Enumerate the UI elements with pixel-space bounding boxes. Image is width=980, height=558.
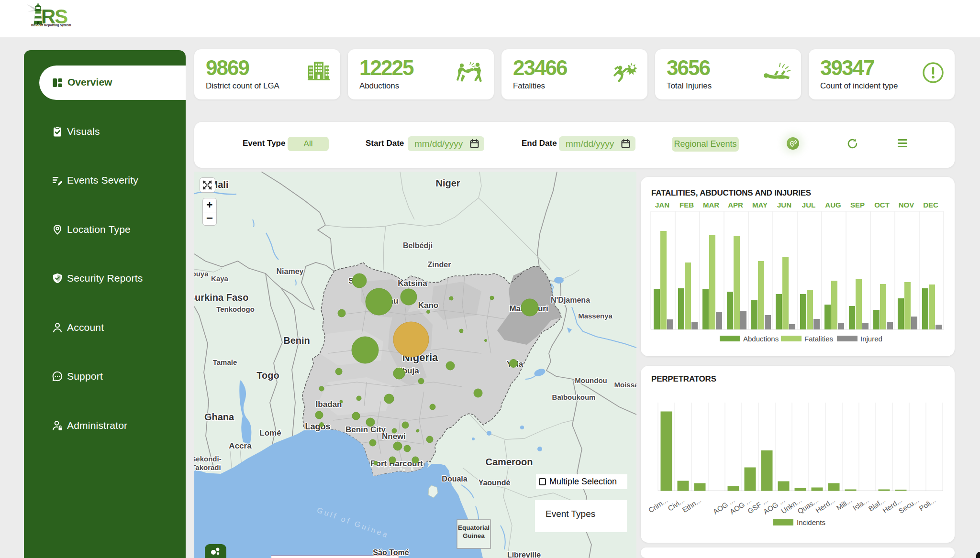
svg-text:Cameroon: Cameroon — [486, 457, 533, 467]
svg-text:Injured: Injured — [860, 335, 882, 343]
svg-text:Niger: Niger — [435, 178, 460, 188]
svg-text:SEP: SEP — [850, 201, 865, 209]
svg-text:Belbédji: Belbédji — [403, 241, 433, 250]
svg-text:Niamey: Niamey — [277, 267, 304, 275]
svg-text:Benin: Benin — [283, 335, 310, 346]
svg-text:MAY: MAY — [752, 201, 768, 209]
svg-text:Crim...: Crim... — [647, 496, 669, 514]
svg-text:MAR: MAR — [703, 201, 719, 209]
svg-text:Zinder: Zinder — [428, 261, 451, 269]
svg-text:JUN: JUN — [777, 201, 791, 209]
svg-text:Togo: Togo — [256, 370, 279, 381]
svg-text:Herd...: Herd... — [814, 496, 836, 514]
svg-text:Equatorial: Equatorial — [458, 524, 490, 531]
svg-text:Massenya: Massenya — [578, 312, 612, 320]
svg-text:Isla...: Isla... — [851, 496, 870, 512]
svg-text:Libreville: Libreville — [507, 551, 541, 558]
svg-text:JUL: JUL — [802, 201, 815, 209]
svg-text:Yaoundé: Yaoundé — [479, 479, 511, 487]
svg-text:Kano: Kano — [418, 301, 439, 310]
svg-text:Sekondi-: Sekondi- — [194, 455, 222, 463]
svg-text:Kaya: Kaya — [211, 274, 229, 283]
svg-text:Fatalities: Fatalities — [804, 335, 833, 343]
svg-text:Moissal: Moissal — [614, 381, 636, 389]
svg-text:Guinea: Guinea — [463, 532, 485, 539]
svg-text:Accra: Accra — [229, 441, 252, 450]
svg-text:N'Djamena: N'Djamena — [551, 296, 590, 304]
svg-text:JAN: JAN — [655, 201, 669, 209]
svg-text:Ethn...: Ethn... — [681, 496, 703, 514]
svg-text:Ibadan: Ibadan — [316, 400, 342, 409]
svg-text:Benin City: Benin City — [345, 425, 386, 434]
svg-text:Burkina Faso: Burkina Faso — [194, 292, 248, 303]
svg-text:Takoradi: Takoradi — [194, 463, 221, 471]
svg-text:OCT: OCT — [874, 201, 890, 209]
svg-text:ouya: ouya — [194, 270, 209, 278]
svg-text:Tamale: Tamale — [213, 358, 237, 366]
svg-text:Tenkodogo: Tenkodogo — [216, 305, 255, 313]
svg-text:Incidents: Incidents — [797, 518, 825, 526]
svg-text:Baïboukoum: Baïboukoum — [552, 393, 596, 401]
svg-text:APR: APR — [728, 201, 743, 209]
svg-text:AUG: AUG — [825, 201, 841, 209]
svg-text:NOV: NOV — [899, 201, 914, 209]
svg-text:Mili...: Mili... — [835, 496, 854, 512]
svg-text:Moundou: Moundou — [575, 376, 607, 384]
svg-text:Douala: Douala — [442, 475, 467, 483]
svg-text:Lomé: Lomé — [259, 428, 281, 438]
svg-text:Abductions: Abductions — [743, 335, 779, 343]
svg-text:FEB: FEB — [679, 201, 694, 209]
svg-text:Incident Reporting System: Incident Reporting System — [31, 23, 71, 27]
svg-text:Ghana: Ghana — [204, 412, 234, 422]
svg-text:Lagos: Lagos — [305, 422, 330, 431]
svg-text:DEC: DEC — [923, 201, 938, 209]
svg-text:Katsina: Katsina — [398, 279, 427, 288]
svg-text:Poli...: Poli... — [917, 496, 937, 513]
